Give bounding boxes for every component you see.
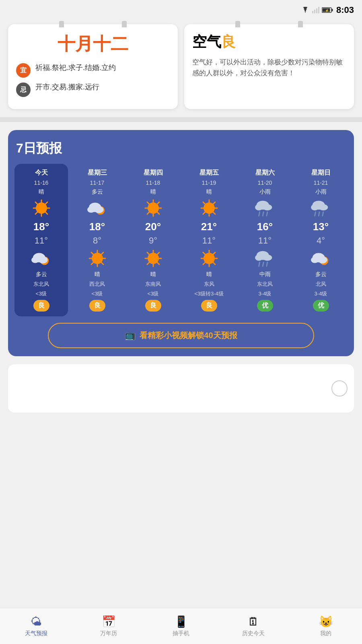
day-weather-top: 小雨	[259, 188, 271, 196]
svg-line-51	[157, 262, 159, 264]
battery-icon: ⚡	[322, 7, 333, 13]
day-label: 星期三	[88, 169, 107, 177]
day-weather-bottom: 晴	[206, 271, 212, 278]
forecast-day-2: 星期四 11-18 晴 20° 9° 晴 东南风 <3级 良	[126, 164, 180, 316]
day-weather-bottom: 多云	[315, 271, 327, 278]
svg-line-77	[263, 212, 263, 216]
svg-line-35	[91, 262, 93, 264]
nav-item-phone[interactable]: 📱 抽手机	[145, 615, 217, 637]
svg-line-76	[259, 212, 259, 216]
ji-row: 忌 开市.交易.搬家.远行	[16, 82, 170, 97]
day-label: 星期日	[311, 169, 331, 177]
tv-icon: 📺	[125, 330, 136, 341]
wind-level: 3-4级	[315, 290, 327, 297]
svg-rect-0	[312, 11, 313, 13]
wind-level: <3级转3-4级	[194, 290, 224, 297]
wind-level: <3级	[148, 290, 159, 297]
weather-icon-top	[87, 198, 107, 218]
wind-direction: 东北风	[33, 281, 49, 288]
yi-row: 宜 祈福.祭祀.求子.结婚.立约	[16, 62, 170, 78]
weather-icon-top	[199, 198, 219, 218]
ji-badge: 忌	[16, 83, 31, 97]
day-date: 11-17	[90, 180, 105, 186]
day-label: 星期六	[255, 169, 275, 177]
weather-icon-bottom	[87, 248, 107, 268]
temp-low: 9°	[149, 235, 157, 246]
status-icons: ⚡	[301, 7, 333, 13]
forecast-section: 7日预报 今天 11-16 晴 18° 11° 多云 东北风 <3级 良 星期三…	[8, 130, 354, 356]
svg-line-90	[315, 212, 315, 216]
svg-line-34	[101, 252, 103, 254]
temp-high: 21°	[201, 221, 217, 233]
svg-line-69	[213, 262, 215, 264]
nav-item-profile[interactable]: 😺 我的	[290, 615, 362, 637]
day-date: 11-19	[202, 180, 216, 186]
svg-line-52	[157, 252, 159, 254]
weather-icon-bottom	[143, 248, 163, 268]
nav-item-weather[interactable]: 🌤 天气预报	[0, 615, 72, 637]
svg-rect-3	[318, 7, 319, 13]
svg-rect-75	[256, 206, 271, 210]
yi-items: 祈福.祭祀.求子.结婚.立约	[35, 62, 116, 73]
nav-label-weather: 天气预报	[25, 630, 47, 637]
weather-icon-bottom	[311, 248, 331, 268]
day-label: 星期五	[200, 169, 219, 177]
temp-high: 18°	[89, 221, 105, 233]
svg-line-60	[213, 212, 215, 214]
nav-item-history[interactable]: 🗓 历史今天	[217, 615, 290, 637]
svg-rect-2	[316, 8, 317, 13]
svg-line-33	[101, 262, 103, 264]
svg-line-32	[91, 252, 93, 254]
svg-text:⚡: ⚡	[325, 8, 329, 12]
svg-rect-6	[331, 9, 333, 11]
svg-line-70	[213, 252, 215, 254]
day-weather-bottom: 晴	[150, 271, 156, 278]
svg-rect-1	[314, 10, 315, 13]
day-weather-top: 晴	[206, 188, 212, 196]
svg-rect-97	[312, 258, 326, 262]
forecast-title: 7日预报	[14, 140, 348, 157]
nav-label-history: 历史今天	[242, 630, 265, 637]
wind-direction: 东南风	[145, 281, 161, 288]
svg-line-71	[203, 262, 205, 264]
svg-line-43	[157, 202, 159, 204]
nav-icon-calendar: 📅	[102, 615, 116, 628]
air-quality-badge: 良	[89, 300, 105, 312]
unlock-btn-text: 看精彩小视频解锁40天预报	[140, 330, 237, 341]
temp-low: 11°	[202, 235, 216, 246]
nav-label-phone: 抽手机	[173, 630, 189, 637]
temp-low: 11°	[35, 235, 48, 246]
day-weather-top: 晴	[150, 188, 156, 196]
forecast-day-4: 星期六 11-20 小雨 16° 11° 中雨 东北风 3-4级 优	[238, 164, 292, 316]
weather-icon-bottom	[31, 248, 51, 268]
day-weather-top: 小雨	[315, 188, 327, 196]
temp-high: 20°	[145, 221, 161, 233]
day-date: 11-21	[314, 180, 328, 186]
nav-item-calendar[interactable]: 📅 万年历	[72, 615, 145, 637]
bottom-nav: 🌤 天气预报 📅 万年历 📱 抽手机 🗓 历史今天 😺 我的	[0, 608, 362, 644]
unlock-button[interactable]: 📺 看精彩小视频解锁40天预报	[48, 323, 314, 348]
day-label: 星期四	[144, 169, 163, 177]
temp-low: 4°	[317, 235, 325, 246]
calendar-card: 十月十二 宜 祈福.祭祀.求子.结婚.立约 忌 开市.交易.搬家.远行	[8, 24, 178, 109]
day-weather-top: 晴	[39, 188, 44, 196]
air-title: 空气良	[192, 32, 346, 52]
temp-low: 11°	[258, 235, 272, 246]
svg-line-62	[203, 212, 205, 214]
svg-line-15	[45, 202, 47, 204]
svg-line-84	[263, 262, 263, 266]
forecast-day-5: 星期日 11-21 小雨 13° 4° 多云 北风 3-4级 优	[294, 164, 348, 316]
day-weather-bottom: 晴	[95, 271, 100, 278]
day-date: 11-18	[146, 180, 160, 186]
wind-level: 3-4级	[259, 290, 272, 297]
section-divider	[0, 117, 362, 122]
temp-high: 13°	[313, 221, 329, 233]
svg-line-61	[213, 202, 215, 204]
air-quality-badge: 良	[33, 300, 49, 312]
weather-icon-top	[31, 198, 51, 218]
day-weather-bottom: 多云	[36, 271, 47, 278]
day-date: 11-16	[34, 180, 49, 186]
air-quality-badge: 优	[257, 300, 273, 312]
svg-rect-26	[88, 208, 103, 212]
calendar-date: 十月十二	[16, 32, 170, 56]
